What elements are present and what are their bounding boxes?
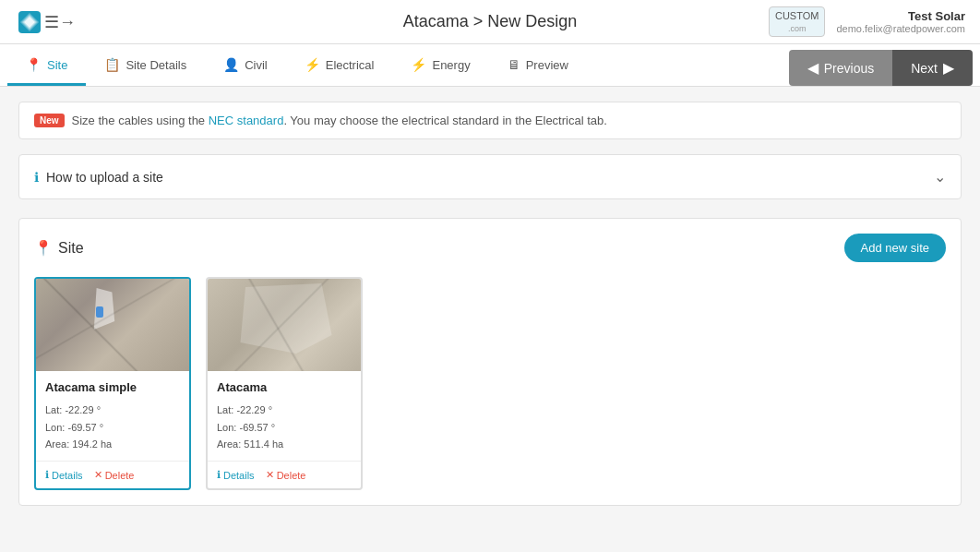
tab-electrical[interactable]: ⚡ Electrical [286,44,393,86]
new-badge: New [34,114,65,127]
tab-energy[interactable]: ⚡ Energy [392,44,488,86]
site-card-atacama-simple[interactable]: Atacama simple Lat: -22.29 ° Lon: -69.57… [34,277,191,490]
site-area-atacama: Area: 511.4 ha [217,436,352,453]
app-logo[interactable] [15,7,44,37]
info-banner: New Size the cables using the NEC standa… [18,102,962,139]
energy-tab-icon: ⚡ [411,57,426,72]
app-header: ☰→ Atacama > New Design CUSTOM .com Test… [0,0,980,44]
details-button-atacama[interactable]: ℹ Details [217,469,255,481]
site-card-body-atacama-simple: Atacama simple Lat: -22.29 ° Lon: -69.57… [36,371,189,453]
previous-button[interactable]: ◀ Previous [789,50,892,86]
menu-icon[interactable]: ☰→ [44,12,76,32]
site-section-title: 📍 Site [34,239,84,257]
tab-civil[interactable]: 👤 Civil [205,44,286,86]
user-name: Test Solar [836,9,965,23]
delete-button-atacama-simple[interactable]: ✕ Delete [94,469,135,481]
close-delete-icon: ✕ [94,469,102,481]
info-icon: ℹ [34,170,39,185]
site-lat: Lat: -22.29 ° [45,402,180,419]
chevron-down-icon: ⌄ [934,168,946,186]
chevron-left-icon: ◀ [807,59,819,77]
header-right: CUSTOM .com Test Solar demo.felix@ratedp… [769,6,965,38]
custom-badge[interactable]: CUSTOM .com [769,6,825,38]
site-lat-atacama: Lat: -22.29 ° [217,402,352,419]
section-pin-icon: 📍 [34,239,53,257]
tab-site[interactable]: 📍 Site [7,44,86,86]
site-card-body-atacama: Atacama Lat: -22.29 ° Lon: -69.57 ° Area… [208,371,361,453]
site-thumbnail-atacama [208,279,361,371]
electrical-tab-icon: ⚡ [305,57,320,72]
nec-standard-link[interactable]: NEC standard [209,114,284,127]
nav-actions: ◀ Previous Next ▶ [789,50,980,86]
civil-tab-icon: 👤 [223,57,239,72]
site-section-header: 📍 Site Add new site [34,234,946,262]
preview-tab-icon: 🖥 [508,57,520,72]
site-cards-container: Atacama simple Lat: -22.29 ° Lon: -69.57… [34,277,946,490]
how-to-section[interactable]: ℹ How to upload a site ⌄ [18,154,962,199]
pin-tab-icon: 📍 [26,57,42,72]
info-banner-text: Size the cables using the NEC standard. … [72,114,607,127]
site-thumbnail-atacama-simple [36,279,189,371]
main-content: New Size the cables using the NEC standa… [0,87,980,537]
site-lon: Lon: -69.57 ° [45,419,180,437]
book-tab-icon: 📋 [104,57,120,72]
info-detail-icon-2: ℹ [217,469,221,481]
next-button[interactable]: Next ▶ [892,50,973,86]
site-lon-atacama: Lon: -69.57 ° [217,419,352,437]
how-to-title: ℹ How to upload a site [34,170,163,185]
site-card-atacama[interactable]: Atacama Lat: -22.29 ° Lon: -69.57 ° Area… [206,277,363,490]
site-card-meta-atacama: Lat: -22.29 ° Lon: -69.57 ° Area: 511.4 … [217,402,352,453]
site-card-actions-atacama: ℹ Details ✕ Delete [208,461,361,488]
site-section: 📍 Site Add new site Atacama simple Lat: … [18,218,962,506]
tab-preview[interactable]: 🖥 Preview [489,44,587,86]
page-title: Atacama > New Design [403,12,578,31]
site-card-name: Atacama simple [45,380,180,394]
delete-button-atacama[interactable]: ✕ Delete [266,469,306,481]
site-area: Area: 194.2 ha [45,436,180,453]
site-card-actions-atacama-simple: ℹ Details ✕ Delete [36,461,189,488]
user-email: demo.felix@ratedpower.com [836,23,965,34]
site-card-name-atacama: Atacama [217,380,352,394]
site-card-meta: Lat: -22.29 ° Lon: -69.57 ° Area: 194.2 … [45,402,180,453]
chevron-right-icon: ▶ [943,59,954,77]
details-button-atacama-simple[interactable]: ℹ Details [45,469,83,481]
close-delete-icon-2: ✕ [266,469,274,481]
add-new-site-button[interactable]: Add new site [844,234,946,262]
info-detail-icon: ℹ [45,469,49,481]
nav-tabs-bar: 📍 Site 📋 Site Details 👤 Civil ⚡ Electric… [0,44,980,87]
user-info: Test Solar demo.felix@ratedpower.com [836,9,965,34]
site-marker [96,306,103,318]
tab-site-details[interactable]: 📋 Site Details [86,44,205,86]
